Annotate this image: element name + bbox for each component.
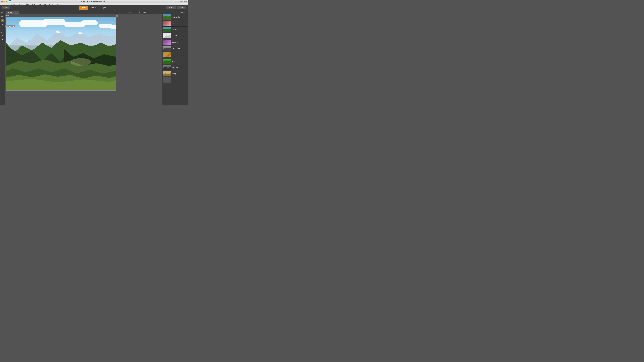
svg-rect-5 xyxy=(2,43,3,44)
svg-rect-31 xyxy=(163,58,171,60)
hand-tool-tooltip: Hand Tool (H) xyxy=(5,25,15,27)
hand-tool[interactable]: ✋ xyxy=(0,18,4,22)
menu-file[interactable]: File xyxy=(1,3,6,5)
open-label: Open xyxy=(3,7,7,9)
zoom-label: Zoom: xyxy=(128,11,132,13)
view-select[interactable]: After Only Before Only Before & After xyxy=(6,11,19,13)
effect-thumbnail-bw xyxy=(163,46,171,51)
effect-smart-looks[interactable]: Smart Looks xyxy=(162,14,188,20)
time-display: Mon 15:50 xyxy=(180,1,186,2)
effect-seasons[interactable]: Seasons xyxy=(162,26,188,33)
svg-rect-28 xyxy=(163,46,171,47)
minimize-button[interactable] xyxy=(3,1,5,2)
open-button[interactable]: Open ▾ xyxy=(2,6,10,9)
effect-label-pencil: Pencil Sketch xyxy=(172,35,180,37)
modebar: Open ▾ Quick Quick Guided Expert Create … xyxy=(0,5,188,10)
effect-thumbnail-cross xyxy=(163,58,171,64)
effect-tint[interactable]: Tint xyxy=(162,20,188,26)
canvas-area: After × xyxy=(5,14,162,105)
effect-extra[interactable] xyxy=(162,77,188,83)
effect-split-tone[interactable]: Split Tone xyxy=(162,64,188,71)
crop-tool[interactable] xyxy=(0,42,4,45)
share-button[interactable]: Share ▾ xyxy=(177,6,186,9)
effect-label-split: Split Tone xyxy=(172,67,178,68)
create-button[interactable]: Create ▾ xyxy=(166,6,176,9)
canvas-label: After xyxy=(6,15,9,16)
effect-thumbnail-litho xyxy=(163,52,171,57)
canvas-close-button[interactable]: × xyxy=(116,15,118,17)
brush-tool[interactable] xyxy=(0,26,4,30)
menu-help[interactable]: Help xyxy=(55,3,60,5)
effect-label-seasons: Seasons xyxy=(172,29,177,30)
eraser-tool[interactable] xyxy=(0,30,4,34)
effect-label-litho: Lithograph xyxy=(172,54,178,56)
svg-line-4 xyxy=(2,39,3,40)
effect-pencil-sketch[interactable]: Pencil Sketch xyxy=(162,33,188,39)
window-controls[interactable] xyxy=(1,1,7,2)
zoom-value: 50% xyxy=(144,11,146,13)
menu-window[interactable]: Window xyxy=(48,3,54,5)
zoom-thumb[interactable] xyxy=(138,11,140,13)
effect-toy-camera[interactable]: Toy Camera xyxy=(162,39,188,45)
canvas-wrapper: × xyxy=(6,17,116,91)
menu-select[interactable]: Select xyxy=(30,3,36,5)
menu-enhance[interactable]: Enhance xyxy=(16,3,24,5)
effect-thumbnail-tint xyxy=(163,21,171,26)
open-arrow: ▾ xyxy=(8,7,8,9)
tab-expert[interactable]: Expert xyxy=(99,6,109,9)
text-tool[interactable]: T xyxy=(0,34,4,37)
effect-thumbnail-seasons xyxy=(163,27,171,32)
add-tool[interactable]: + xyxy=(0,45,4,49)
svg-point-16 xyxy=(70,58,91,66)
menu-filter[interactable]: Filter xyxy=(37,3,42,5)
effect-thumbnail-vintage xyxy=(163,71,171,76)
effect-label-tint: Tint xyxy=(172,22,174,24)
tab-guided[interactable]: Guided xyxy=(88,6,99,9)
menu-image[interactable]: Image xyxy=(10,3,16,5)
maximize-button[interactable] xyxy=(6,1,7,2)
effect-thumbnail-smart xyxy=(163,14,171,19)
effect-black-white[interactable]: Black & White xyxy=(162,45,188,52)
svg-rect-34 xyxy=(163,65,171,66)
svg-marker-22 xyxy=(163,29,171,32)
effects-panel: Smart Looks Tint Seasons xyxy=(162,14,188,105)
menu-edit[interactable]: Edit xyxy=(6,3,10,5)
effect-thumbnail-extra xyxy=(163,77,171,83)
zoom-tool[interactable]: 🔍 xyxy=(0,15,4,18)
menu-layer[interactable]: Layer xyxy=(24,3,30,5)
effect-label-bw: Black & White xyxy=(172,48,180,49)
svg-point-1 xyxy=(2,27,3,28)
main-layout: 🔍 ✋ Hand Tool (H) 👁 T + After × xyxy=(0,14,188,105)
effect-vintage[interactable]: Vintage xyxy=(162,71,188,77)
svg-rect-37 xyxy=(163,71,171,73)
effect-label-cross: Cross Process xyxy=(172,60,181,62)
effect-label-vintage: Vintage xyxy=(172,73,176,74)
effect-cross-process[interactable]: Cross Process xyxy=(162,58,188,64)
close-button[interactable] xyxy=(1,1,2,2)
effect-label-toy: Toy Camera xyxy=(172,41,179,43)
effect-lithograph[interactable]: Lithograph xyxy=(162,52,188,58)
mountain-svg xyxy=(6,17,116,90)
menu-view[interactable]: View xyxy=(42,3,47,5)
effect-label-smart: Smart Looks xyxy=(172,16,180,18)
zoom-slider[interactable] xyxy=(132,12,143,12)
effects-panel-title: Effects xyxy=(181,11,186,13)
view-label: View: xyxy=(1,11,4,13)
titlebar: Ps Adobe Photoshop Elements 2020 Editor … xyxy=(0,0,188,3)
tab-quick-active[interactable]: Quick xyxy=(79,6,88,9)
app-icon: Ps xyxy=(9,0,11,2)
menubar: File Edit Image Enhance Layer Select Fil… xyxy=(0,3,188,5)
pencil-tool[interactable] xyxy=(0,38,4,41)
svg-rect-18 xyxy=(163,14,171,16)
svg-rect-21 xyxy=(163,27,171,29)
effect-thumbnail-split xyxy=(163,65,171,70)
effect-thumbnail-toy xyxy=(163,40,171,45)
svg-line-0 xyxy=(2,28,3,29)
secondbar: View: After Only Before Only Before & Af… xyxy=(0,10,188,14)
app-title: Adobe Photoshop Elements 2020 Editor xyxy=(81,1,106,2)
eye-tool[interactable]: 👁 xyxy=(0,22,4,26)
tools-panel: 🔍 ✋ Hand Tool (H) 👁 T + xyxy=(0,14,5,105)
image-canvas[interactable] xyxy=(6,17,116,90)
modebar-right: Create ▾ Share ▾ xyxy=(166,6,186,9)
system-status: Mon 15:50 xyxy=(180,1,186,2)
